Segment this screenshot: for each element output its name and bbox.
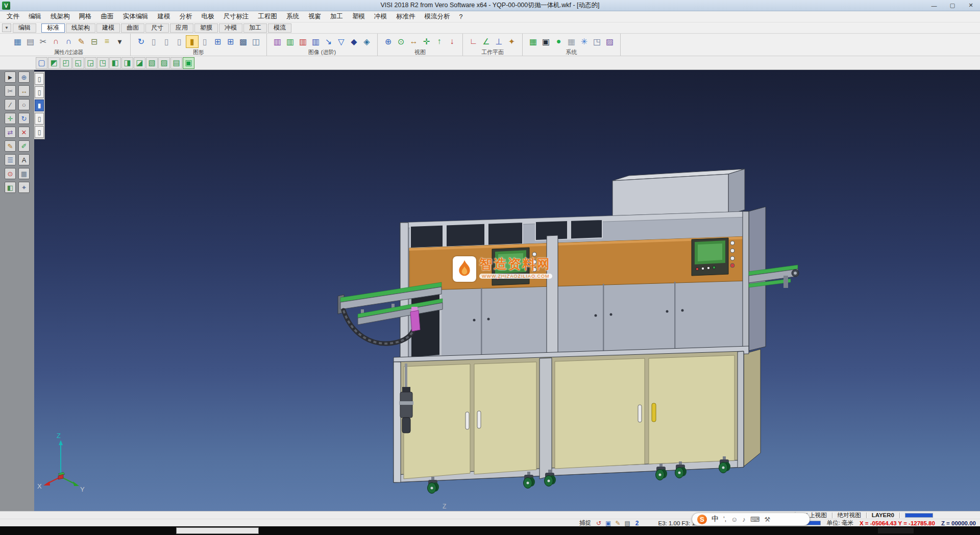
absolute-view-label[interactable]: 绝对视图 bbox=[838, 512, 861, 519]
taskbar-window-preview[interactable] bbox=[176, 527, 259, 534]
wireframe-view-icon[interactable]: ▯ bbox=[148, 35, 160, 48]
tab[interactable]: 模流 bbox=[268, 23, 291, 33]
render-view-icon[interactable]: ▯ bbox=[199, 35, 211, 48]
single-viewport-icon[interactable]: ▢ bbox=[36, 57, 47, 69]
print-icon[interactable]: ▤ bbox=[624, 520, 630, 527]
view-down-icon[interactable]: ↓ bbox=[446, 35, 458, 48]
tab[interactable]: 标准 bbox=[41, 23, 65, 33]
ime-mode-indicator[interactable]: 中 bbox=[712, 515, 719, 524]
trim-scissors-icon[interactable]: ✂ bbox=[5, 85, 16, 96]
menu-item[interactable]: 编辑 bbox=[24, 11, 46, 22]
select-arrow-icon[interactable]: ► bbox=[5, 71, 16, 83]
menu-item[interactable]: 线架构 bbox=[46, 11, 75, 22]
doc-tool-3[interactable]: ▮ bbox=[35, 100, 44, 111]
edit-pen-icon[interactable]: ✎ bbox=[75, 35, 88, 48]
magnet-red-icon[interactable]: ∩ bbox=[50, 35, 62, 48]
menu-item[interactable]: 系统 bbox=[282, 11, 304, 22]
measure-icon[interactable]: ↔ bbox=[18, 85, 30, 96]
attributes-grid-icon[interactable]: ▦ bbox=[11, 35, 24, 48]
menu-item[interactable]: 加工 bbox=[326, 11, 348, 22]
view-iso-icon[interactable]: ◩ bbox=[48, 57, 60, 69]
view-shaded-icon[interactable]: ▣ bbox=[183, 57, 194, 69]
circle-icon[interactable]: ○ bbox=[18, 99, 30, 110]
snap-label[interactable]: 捕捉 bbox=[579, 519, 591, 527]
doc-tool-1[interactable]: ▯ bbox=[35, 73, 44, 85]
view-right-icon[interactable]: ◲ bbox=[85, 57, 96, 69]
snap-icon[interactable]: ⊙ bbox=[5, 168, 16, 179]
menu-item[interactable]: 实体编辑 bbox=[118, 11, 153, 22]
line-icon[interactable]: ∕ bbox=[5, 99, 16, 110]
menu-item[interactable]: 尺寸标注 bbox=[219, 11, 254, 22]
tab[interactable]: 加工 bbox=[243, 23, 267, 33]
workplane-normal-icon[interactable]: ⊥ bbox=[493, 35, 505, 48]
filter-print-icon[interactable]: ▤ bbox=[24, 35, 37, 48]
maximize-button[interactable]: ▢ bbox=[943, 0, 962, 11]
keyboard-icon[interactable]: ⌨ bbox=[750, 516, 760, 523]
solid-cube-icon[interactable]: ◆ bbox=[348, 35, 360, 48]
viewport-3d[interactable]: Z X Y 智造资料网 WWW.ZHIZAOZILIAO.COM bbox=[34, 70, 980, 511]
corner-grid-icon[interactable]: ◳ bbox=[591, 35, 603, 48]
view-axon-3-icon[interactable]: ▨ bbox=[158, 57, 170, 69]
view-axon-2-icon[interactable]: ▧ bbox=[146, 57, 158, 69]
grid-blue-1-icon[interactable]: ⊞ bbox=[211, 35, 224, 48]
shaded-edges-icon[interactable]: ▮ bbox=[186, 35, 199, 48]
scissors-icon[interactable]: ✂ bbox=[37, 35, 50, 48]
view-back-icon[interactable]: ◧ bbox=[109, 57, 121, 69]
tab[interactable]: 尺寸 bbox=[145, 23, 169, 33]
menu-item[interactable]: 标准件 bbox=[391, 11, 420, 22]
tab[interactable]: 建模 bbox=[96, 23, 120, 33]
view-top-icon[interactable]: ◰ bbox=[60, 57, 72, 69]
zoom-window-icon[interactable]: ⊙ bbox=[395, 35, 407, 48]
menu-item[interactable]: 文件 bbox=[2, 11, 24, 22]
doc-tool-4[interactable]: ▯ bbox=[35, 113, 44, 125]
match-props-icon[interactable]: ≡ bbox=[101, 35, 113, 48]
snapshot-icon[interactable]: ↺ bbox=[596, 520, 601, 527]
ime-punctuation-indicator[interactable]: ’, bbox=[723, 516, 726, 523]
tab[interactable]: 线架构 bbox=[66, 23, 95, 33]
fill-icon[interactable]: ◧ bbox=[5, 182, 16, 193]
tab[interactable]: 曲面 bbox=[121, 23, 144, 33]
workplane-star-icon[interactable]: ✦ bbox=[505, 35, 518, 48]
brush-icon[interactable]: ✐ bbox=[18, 140, 30, 152]
pan-icon[interactable]: ✛ bbox=[420, 35, 433, 48]
close-button[interactable]: ✕ bbox=[962, 0, 980, 11]
zoom-scale-icon[interactable]: ↔ bbox=[407, 35, 420, 48]
image-adv-4-icon[interactable]: ▥ bbox=[309, 35, 322, 48]
image-adv-2-icon[interactable]: ▥ bbox=[284, 35, 297, 48]
menu-item[interactable]: 分析 bbox=[175, 11, 197, 22]
apply-arrow-icon[interactable]: ↘ bbox=[322, 35, 335, 48]
minimize-button[interactable]: — bbox=[925, 0, 943, 11]
funnel-icon[interactable]: ▽ bbox=[335, 35, 348, 48]
grid-icon[interactable]: ▦ bbox=[18, 168, 30, 179]
image-icon[interactable]: ▣ bbox=[605, 520, 611, 527]
doc-tool-2[interactable]: ▯ bbox=[35, 86, 44, 98]
tab[interactable]: 冲模 bbox=[219, 23, 242, 33]
erase-icon[interactable]: ⊟ bbox=[88, 35, 101, 48]
delete-icon[interactable]: ✕ bbox=[18, 127, 30, 138]
pen-icon[interactable]: ✎ bbox=[5, 140, 16, 152]
view-axon-4-icon[interactable]: ▤ bbox=[170, 57, 182, 69]
view-up-icon[interactable]: ↑ bbox=[433, 35, 446, 48]
snowflake-icon[interactable]: ✳ bbox=[578, 35, 591, 48]
shaded-view-icon[interactable]: ▯ bbox=[173, 35, 186, 48]
menu-item[interactable]: 工程图 bbox=[254, 11, 282, 22]
hidden-line-icon[interactable]: ▯ bbox=[160, 35, 173, 48]
menu-item[interactable]: 塑模 bbox=[348, 11, 370, 22]
zoom-plus-icon[interactable]: ⊕ bbox=[18, 71, 30, 83]
tab-dropdown-button[interactable]: ▼ bbox=[2, 23, 11, 32]
sogou-logo-icon[interactable]: S bbox=[697, 515, 707, 524]
menu-item[interactable]: 视窗 bbox=[304, 11, 326, 22]
rotate-icon[interactable]: ↻ bbox=[18, 113, 30, 124]
view-left-icon[interactable]: ◳ bbox=[97, 57, 109, 69]
mirror-icon[interactable]: ⇄ bbox=[5, 127, 16, 138]
zoom-all-icon[interactable]: ⊕ bbox=[382, 35, 395, 48]
toolbox-icon[interactable]: ⚒ bbox=[765, 516, 771, 523]
sphere-icon[interactable]: ● bbox=[552, 35, 565, 48]
doc-tool-5[interactable]: ▯ bbox=[35, 126, 44, 138]
workplane-xy-icon[interactable]: ∟ bbox=[467, 35, 480, 48]
taskbar-tray-area[interactable] bbox=[878, 528, 914, 533]
mic-icon[interactable]: ♪ bbox=[742, 516, 746, 523]
text-icon[interactable]: A bbox=[18, 154, 30, 165]
grid-blue-2-icon[interactable]: ⊞ bbox=[224, 35, 237, 48]
emoji-icon[interactable]: ☺ bbox=[731, 516, 738, 523]
